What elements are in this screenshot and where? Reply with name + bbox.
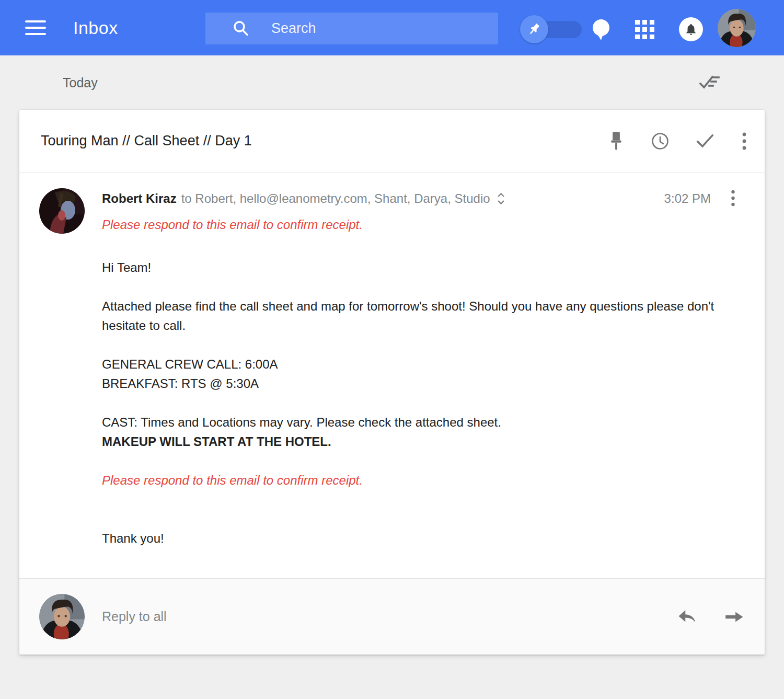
confirm-receipt-notice: Please respond to this email to confirm … [102,217,749,232]
sweep-done-icon [697,72,720,92]
message-meta-row: Robert Kiraz to Robert, hello@leanometry… [102,188,749,209]
confirm-receipt-notice: Please respond to this email to confirm … [102,471,749,490]
user-avatar [39,594,85,639]
chat-bubble-icon [590,18,613,42]
footer-actions [677,608,745,626]
email-subject: Touring Man // Call Sheet // Day 1 [41,133,606,149]
user-avatar-photo [39,594,85,639]
email-card-header: Touring Man // Call Sheet // Day 1 [19,110,765,173]
forward-icon [724,609,744,625]
body-paragraph: GENERAL CREW CALL: 6:00A BREAKFAST: RTS … [102,354,749,393]
mark-done-button[interactable] [694,131,716,151]
reply-icon [678,609,698,625]
body-line: BREAKFAST: RTS @ 5:30A [102,374,749,393]
chat-bubble-button[interactable] [590,18,613,43]
apps-grid-button[interactable] [635,19,655,42]
body-closing: Thank you! [102,529,749,548]
body-line: CAST: Times and Locations may vary. Plea… [102,412,749,432]
search-icon [232,19,250,38]
reply-to-all-button[interactable]: Reply to all [102,609,167,624]
pin-toggle-knob [520,15,548,43]
more-vertical-icon [730,189,736,208]
email-card: Touring Man // Call Sheet // Day 1 [19,110,765,655]
pin-icon [526,21,542,37]
body-line: GENERAL CREW CALL: 6:00A [102,354,749,374]
apps-grid-icon [635,19,655,40]
sweep-done-button[interactable] [695,70,722,96]
sender-avatar-photo [39,188,85,234]
done-check-icon [695,132,715,150]
body-line-bold: MAKEUP WILL START AT THE HOTEL. [102,432,749,451]
pushpin-icon [607,132,625,151]
message-body: Hi Team! Attached please find the call s… [102,258,749,548]
body-paragraph: CAST: Times and Locations may vary. Plea… [102,412,749,451]
more-options-button[interactable] [740,130,749,152]
sender-avatar [39,188,85,234]
email-message: Robert Kiraz to Robert, hello@leanometry… [19,173,765,578]
pin-button[interactable] [606,131,626,152]
reply-footer[interactable]: Reply to all [19,578,765,655]
page-title: Inbox [73,0,118,55]
email-card-actions [606,130,749,152]
unfold-more-icon [497,192,505,205]
search-bar[interactable] [205,13,498,44]
account-avatar[interactable] [718,9,756,47]
app-header: Inbox [0,0,784,55]
more-vertical-icon [741,131,748,151]
hamburger-menu-button[interactable] [25,17,47,38]
pin-toggle[interactable] [520,15,583,43]
expand-recipients-button[interactable] [497,192,505,205]
snooze-button[interactable] [650,131,671,152]
body-paragraph: Hi Team! [102,258,749,277]
account-avatar-photo [718,9,756,47]
message-time: 3:02 PM [664,191,711,206]
section-label: Today [63,75,98,90]
forward-button[interactable] [723,608,745,626]
section-row: Today [0,55,784,110]
message-more-button[interactable] [729,188,737,209]
body-paragraph: Attached please find the call sheet and … [102,296,749,335]
sender-name: Robert Kiraz [102,191,177,206]
snooze-clock-icon [651,132,670,151]
notifications-button[interactable] [679,17,703,41]
hamburger-icon [25,20,46,22]
reply-button[interactable] [677,608,699,626]
search-input[interactable] [271,20,480,37]
recipients: to Robert, hello@leanometry.com, Shant, … [181,191,490,206]
bell-icon [684,22,698,37]
